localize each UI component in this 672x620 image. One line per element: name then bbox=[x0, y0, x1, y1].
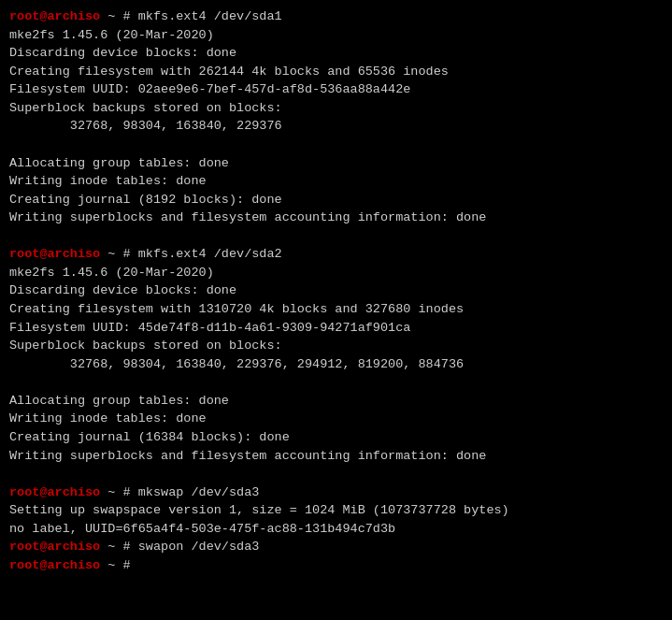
prompt-hostname: archiso bbox=[48, 247, 101, 261]
output-line: no label, UUID=6f65a4f4-503e-475f-ac88-1… bbox=[9, 520, 663, 539]
output-line: Filesystem UUID: 02aee9e6-7bef-457d-af8d… bbox=[9, 80, 663, 99]
prompt-line: root@archiso ~ # mkfs.ext4 /dev/sda2 bbox=[9, 245, 663, 264]
blank-line bbox=[9, 227, 663, 246]
output-line: Writing inode tables: done bbox=[9, 172, 663, 191]
prompt-command: ~ # mkswap /dev/sda3 bbox=[100, 485, 259, 499]
prompt-user: root bbox=[9, 485, 39, 499]
output-line: Writing superblocks and filesystem accou… bbox=[9, 209, 663, 227]
output-line: Writing superblocks and filesystem accou… bbox=[9, 447, 663, 466]
prompt-command: ~ # mkfs.ext4 /dev/sda1 bbox=[100, 9, 281, 23]
output-line: Superblock backups stored on blocks: bbox=[9, 99, 663, 118]
terminal-window: root@archiso ~ # mkfs.ext4 /dev/sda1mke2… bbox=[9, 7, 663, 620]
prompt-separator: @ bbox=[39, 485, 47, 499]
terminal-output: root@archiso ~ # mkfs.ext4 /dev/sda1mke2… bbox=[9, 7, 663, 574]
prompt-command: ~ # mkfs.ext4 /dev/sda2 bbox=[100, 247, 281, 261]
prompt-hostname: archiso bbox=[48, 558, 101, 572]
prompt-user: root bbox=[9, 247, 39, 261]
prompt-hostname: archiso bbox=[48, 9, 101, 23]
output-line: Allocating group tables: done bbox=[9, 154, 663, 173]
prompt-command: ~ # swapon /dev/sda3 bbox=[100, 540, 259, 554]
blank-line bbox=[9, 136, 663, 154]
output-line: Creating filesystem with 262144 4k block… bbox=[9, 63, 663, 81]
output-line: Setting up swapspace version 1, size = 1… bbox=[9, 501, 663, 520]
output-line: mke2fs 1.45.6 (20-Mar-2020) bbox=[9, 264, 663, 282]
prompt-line: root@archiso ~ # mkswap /dev/sda3 bbox=[9, 483, 663, 502]
prompt-line: root@archiso ~ # bbox=[9, 556, 663, 575]
output-line: Allocating group tables: done bbox=[9, 392, 663, 411]
blank-line bbox=[9, 373, 663, 392]
prompt-command: ~ # bbox=[100, 558, 130, 572]
prompt-line: root@archiso ~ # mkfs.ext4 /dev/sda1 bbox=[9, 7, 663, 26]
prompt-hostname: archiso bbox=[48, 540, 101, 554]
prompt-separator: @ bbox=[39, 540, 47, 554]
prompt-user: root bbox=[9, 540, 39, 554]
prompt-separator: @ bbox=[39, 9, 47, 23]
output-line: Writing inode tables: done bbox=[9, 410, 663, 428]
prompt-line: root@archiso ~ # swapon /dev/sda3 bbox=[9, 538, 663, 556]
output-line: Superblock backups stored on blocks: bbox=[9, 337, 663, 355]
prompt-separator: @ bbox=[39, 247, 47, 261]
output-line: Creating journal (16384 blocks): done bbox=[9, 428, 663, 447]
output-line: mke2fs 1.45.6 (20-Mar-2020) bbox=[9, 26, 663, 45]
prompt-user: root bbox=[9, 558, 39, 572]
output-line: 32768, 98304, 163840, 229376 bbox=[9, 117, 663, 136]
output-line: Filesystem UUID: 45de74f8-d11b-4a61-9309… bbox=[9, 319, 663, 338]
output-line: Discarding device blocks: done bbox=[9, 44, 663, 63]
blank-line bbox=[9, 465, 663, 483]
output-line: Discarding device blocks: done bbox=[9, 281, 663, 300]
output-line: Creating filesystem with 1310720 4k bloc… bbox=[9, 300, 663, 319]
prompt-hostname: archiso bbox=[48, 485, 101, 499]
prompt-separator: @ bbox=[39, 558, 47, 572]
output-line: Creating journal (8192 blocks): done bbox=[9, 191, 663, 209]
output-line: 32768, 98304, 163840, 229376, 294912, 81… bbox=[9, 355, 663, 374]
prompt-user: root bbox=[9, 9, 39, 23]
